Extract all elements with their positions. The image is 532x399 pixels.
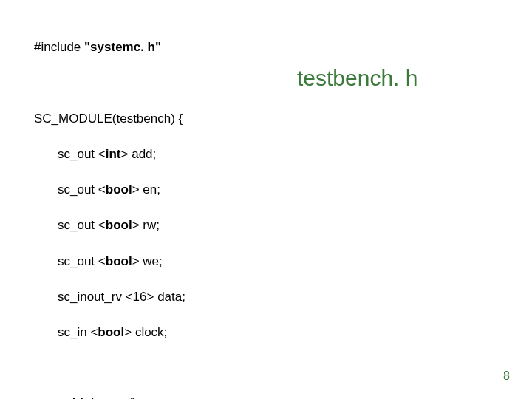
port-rw: sc_out <bool> rw; (58, 216, 290, 234)
module-decl: SC_MODULE(testbench) { (34, 110, 290, 128)
code-block: #include "systemc. h" SC_MODULE(testbenc… (34, 21, 290, 399)
port-en: sc_out <bool> en; (58, 181, 290, 199)
filename-title: testbench. h (297, 66, 417, 91)
port-add: sc_out <int> add; (58, 146, 290, 163)
blank-line (34, 74, 290, 92)
blank-line (34, 359, 290, 377)
port-clock: sc_in <bool> clock; (58, 324, 290, 341)
do-test-decl: void do_test(); (58, 395, 290, 399)
port-data: sc_inout_rv <16> data; (58, 288, 290, 306)
port-we: sc_out <bool> we; (58, 253, 290, 270)
page-number: 8 (503, 369, 510, 383)
include-line: #include "systemc. h" (34, 38, 290, 56)
slide: #include "systemc. h" SC_MODULE(testbenc… (0, 0, 532, 399)
